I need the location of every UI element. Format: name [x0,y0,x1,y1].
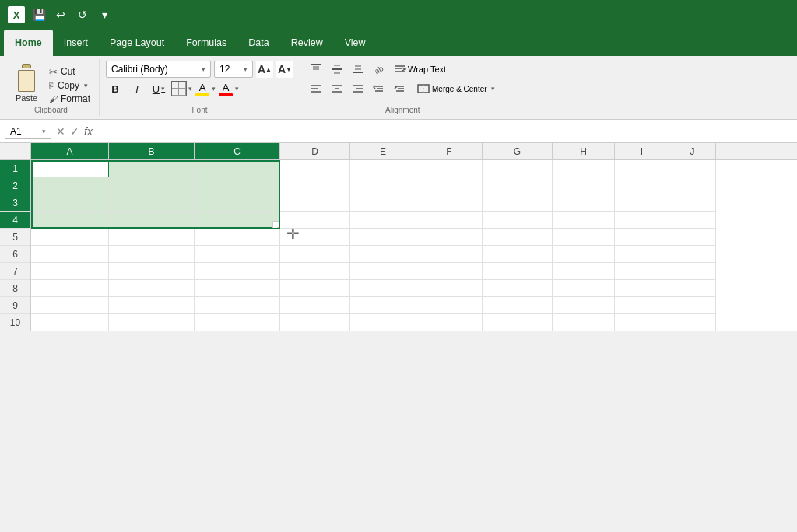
formula-input[interactable] [97,124,792,138]
cell-g4[interactable] [483,212,553,229]
cell-i5[interactable] [615,229,669,246]
align-bottom-button[interactable] [349,61,367,78]
cell-g1[interactable] [483,160,553,177]
cell-a7[interactable] [31,263,109,280]
row-num-2[interactable]: 2 [0,177,30,194]
col-header-f[interactable]: F [416,143,483,159]
cell-g8[interactable] [483,280,553,297]
redo-quick-access[interactable]: ↺ [75,7,90,23]
cell-reference-box[interactable]: A1 ▾ [5,124,51,139]
bold-button[interactable]: B [106,80,125,97]
cell-i4[interactable] [615,212,669,229]
cell-d5[interactable]: ✛ [280,229,350,246]
align-center-button[interactable] [328,80,346,97]
wrap-text-button[interactable]: Wrap Text [391,62,450,76]
cell-c1[interactable] [195,160,280,177]
cell-h5[interactable] [553,229,615,246]
align-middle-button[interactable] [328,61,346,78]
cell-c5[interactable] [195,229,280,246]
cell-c9[interactable] [195,297,280,314]
cell-c8[interactable] [195,280,280,297]
fill-color-dropdown[interactable]: A ▾ [195,82,216,96]
cell-j9[interactable] [669,297,716,314]
cell-c4[interactable]: ＋ [195,212,280,229]
cell-h1[interactable] [553,160,615,177]
cell-b2[interactable] [109,177,195,194]
cell-a8[interactable] [31,280,109,297]
cell-a4[interactable] [31,212,109,229]
col-header-c[interactable]: C [195,143,280,159]
cell-d6[interactable] [280,246,350,263]
font-shrink-button[interactable]: A▼ [276,61,293,78]
cell-j6[interactable] [669,246,716,263]
cell-e4[interactable] [350,212,416,229]
row-num-5[interactable]: 5 [0,229,30,246]
row-num-10[interactable]: 10 [0,314,30,331]
tab-view[interactable]: View [334,30,377,56]
cell-d3[interactable] [280,194,350,212]
cell-a9[interactable] [31,297,109,314]
cut-button[interactable]: ✂ Cut [47,65,93,79]
cell-b10[interactable] [109,314,195,331]
save-quick-access[interactable]: 💾 [31,7,47,23]
cell-b5[interactable] [109,229,195,246]
format-painter-button[interactable]: 🖌 Format [47,93,93,105]
col-header-g[interactable]: G [483,143,553,159]
border-dropdown[interactable]: ▾ [171,81,192,96]
cell-d7[interactable] [280,263,350,280]
font-color-dropdown[interactable]: A ▾ [219,82,239,96]
decrease-indent-button[interactable] [370,80,388,97]
cell-f3[interactable] [416,194,483,212]
cell-f9[interactable] [416,297,483,314]
cell-b4[interactable] [109,212,195,229]
cell-b3[interactable] [109,194,195,212]
cell-i2[interactable] [615,177,669,194]
cell-h8[interactable] [553,280,615,297]
cell-h10[interactable] [553,314,615,331]
row-num-8[interactable]: 8 [0,280,30,297]
cell-g9[interactable] [483,297,553,314]
cell-i7[interactable] [615,263,669,280]
cell-d1[interactable] [280,160,350,177]
cell-g10[interactable] [483,314,553,331]
cell-j7[interactable] [669,263,716,280]
cell-j4[interactable] [669,212,716,229]
cell-e10[interactable] [350,314,416,331]
cell-i3[interactable] [615,194,669,212]
tab-formulas[interactable]: Formulas [175,30,237,56]
italic-button[interactable]: I [128,80,146,97]
cell-e2[interactable] [350,177,416,194]
cell-f6[interactable] [416,246,483,263]
cell-f5[interactable] [416,229,483,246]
cell-f10[interactable] [416,314,483,331]
tab-home[interactable]: Home [4,30,53,56]
cell-b1[interactable] [109,160,195,177]
cell-d9[interactable] [280,297,350,314]
cell-h4[interactable] [553,212,615,229]
cell-j10[interactable] [669,314,716,331]
tab-review[interactable]: Review [280,30,334,56]
cell-c2[interactable] [195,177,280,194]
cell-j1[interactable] [669,160,716,177]
row-num-9[interactable]: 9 [0,297,30,314]
cell-g7[interactable] [483,263,553,280]
cell-c3[interactable] [195,194,280,212]
cell-j5[interactable] [669,229,716,246]
cell-i6[interactable] [615,246,669,263]
cell-h2[interactable] [553,177,615,194]
cell-f2[interactable] [416,177,483,194]
cell-i9[interactable] [615,297,669,314]
customize-quick-access[interactable]: ▾ [97,7,112,23]
tab-insert[interactable]: Insert [53,30,99,56]
cell-f4[interactable] [416,212,483,229]
cell-a2[interactable] [31,177,109,194]
row-num-3[interactable]: 3 [0,194,30,212]
cell-a10[interactable] [31,314,109,331]
cell-e7[interactable] [350,263,416,280]
undo-quick-access[interactable]: ↩ [53,7,68,23]
col-header-h[interactable]: H [553,143,615,159]
col-header-d[interactable]: D [280,143,350,159]
cell-i8[interactable] [615,280,669,297]
cell-g3[interactable] [483,194,553,212]
underline-button[interactable]: U ▾ [149,80,168,97]
